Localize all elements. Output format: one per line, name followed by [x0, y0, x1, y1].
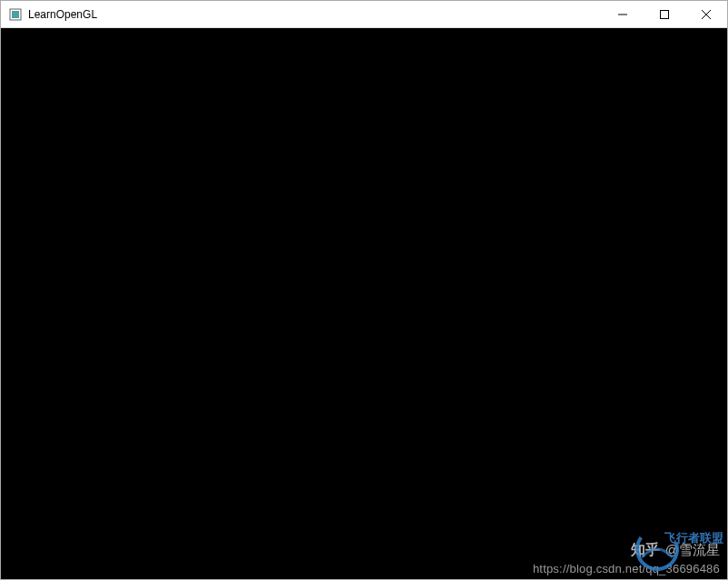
maximize-icon [660, 10, 669, 19]
zhihu-logo-text: 知乎 [631, 541, 660, 560]
watermark-zhihu: 知乎 @雪流星 [533, 541, 720, 560]
application-window: LearnOpenGL [0, 0, 728, 580]
window-titlebar[interactable]: LearnOpenGL [1, 1, 727, 28]
close-button[interactable] [685, 1, 727, 27]
watermark-url: https://blog.csdn.net/qq_36696486 [533, 562, 720, 575]
minimize-icon [618, 10, 627, 19]
svg-rect-3 [661, 10, 669, 18]
svg-rect-1 [12, 11, 19, 18]
minimize-button[interactable] [602, 1, 644, 27]
app-icon [8, 7, 23, 22]
zhihu-handle: @雪流星 [665, 542, 720, 559]
window-controls [602, 1, 727, 27]
close-icon [702, 10, 711, 19]
maximize-button[interactable] [644, 1, 685, 27]
opengl-viewport: 飞行者联盟 知乎 @雪流星 https://blog.csdn.net/qq_3… [1, 28, 727, 579]
watermark-logo-icon [631, 523, 684, 575]
window-title: LearnOpenGL [28, 8, 602, 21]
watermark-extra-text: 飞行者联盟 [664, 530, 723, 546]
svg-point-6 [632, 524, 683, 575]
watermark: 飞行者联盟 知乎 @雪流星 https://blog.csdn.net/qq_3… [533, 541, 720, 575]
